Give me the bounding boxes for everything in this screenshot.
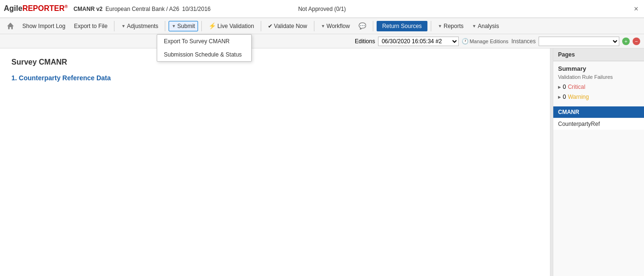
reports-caret: ▼: [438, 24, 442, 29]
app-logo: AgileREPORTER®: [4, 4, 68, 13]
export-to-file-label: Export to File: [74, 23, 108, 29]
critical-item: ▶ 0 Critical: [558, 83, 639, 91]
submit-caret: ▼: [171, 24, 176, 29]
logo-trademark: ®: [65, 4, 68, 9]
submit-label: Submit: [177, 23, 195, 29]
pages-label: Pages: [558, 51, 575, 58]
reports-button[interactable]: ▼ Reports: [435, 21, 467, 31]
sidebar-cmanr-item[interactable]: CMANR: [553, 106, 644, 118]
doc-info: CMANR v2 European Central Bank / A26 10/…: [74, 6, 211, 12]
analysis-button[interactable]: ▼ Analysis: [469, 21, 502, 31]
submission-schedule-label: Submission Schedule & Status: [164, 51, 242, 58]
submit-button[interactable]: ▼ Submit: [169, 21, 198, 31]
dropdown-item-export-survey[interactable]: Export To Survey CMANR: [157, 35, 251, 48]
content-section: 1. Counterparty Reference Data: [11, 74, 539, 82]
validate-now-button[interactable]: ✔ Validate Now: [265, 21, 311, 31]
close-button[interactable]: ×: [632, 5, 640, 13]
show-import-log-label: Show Import Log: [22, 23, 66, 29]
adjustments-caret: ▼: [121, 24, 125, 29]
doc-name: CMANR v2: [74, 6, 103, 12]
counterparty-label: CounterpartyRef: [558, 121, 600, 127]
logo-reporter: REPORTER: [22, 5, 65, 13]
summary-title: Summary: [558, 65, 639, 72]
adjustments-button[interactable]: ▼ Adjustments: [118, 21, 161, 31]
warning-expand-icon: ▶: [558, 95, 561, 99]
critical-count: 0: [563, 84, 566, 90]
add-instance-button[interactable]: +: [622, 38, 630, 45]
clock-icon: 🕐: [462, 38, 469, 45]
remove-instance-button[interactable]: −: [633, 38, 640, 45]
separator-3: [201, 21, 202, 31]
validate-icon: ✔: [268, 23, 273, 29]
dropdown-item-submission-schedule[interactable]: Submission Schedule & Status: [157, 48, 251, 61]
home-icon: [7, 23, 14, 29]
comment-icon: 💬: [359, 22, 366, 29]
editions-select[interactable]: 06/30/2020 16:05:34 #2: [378, 37, 459, 46]
top-bar: AgileREPORTER® CMANR v2 European Central…: [0, 0, 644, 18]
right-sidebar: Pages Summary Validation Rule Failures ▶…: [553, 48, 644, 276]
main-layout: Survey CMANR 1. Counterparty Reference D…: [0, 48, 644, 276]
export-survey-label: Export To Survey CMANR: [164, 38, 230, 45]
editions-label: Editions: [355, 38, 375, 45]
warning-label: Warning: [568, 94, 589, 100]
instances-label: Instances: [511, 38, 536, 45]
warning-count: 0: [563, 94, 566, 100]
live-validation-icon: ⚡: [208, 22, 216, 29]
summary-subtitle: Validation Rule Failures: [558, 74, 639, 80]
comment-button[interactable]: 💬: [355, 21, 369, 31]
logo-agile: Agile: [4, 5, 22, 13]
live-validation-label: Live Validation: [218, 23, 254, 29]
export-to-file-button[interactable]: Export to File: [71, 21, 111, 31]
cmanr-label: CMANR: [558, 109, 579, 115]
content-area: Survey CMANR 1. Counterparty Reference D…: [0, 48, 550, 276]
status-center: Not Approved (0/1): [298, 6, 346, 12]
return-sources-label: Return Sources: [382, 23, 422, 29]
separator-2: [165, 21, 165, 31]
sidebar-pages-header: Pages: [553, 48, 644, 61]
workflow-caret: ▼: [321, 24, 325, 29]
submit-dropdown-menu: Export To Survey CMANR Submission Schedu…: [157, 34, 252, 62]
analysis-label: Analysis: [478, 23, 499, 29]
workflow-label: Workflow: [327, 23, 350, 29]
adjustments-label: Adjustments: [127, 23, 158, 29]
warning-item: ▶ 0 Warning: [558, 93, 639, 101]
doc-bank: European Central Bank / A26: [105, 6, 179, 12]
editions-bar: Editions 06/30/2020 16:05:34 #2 🕐 Manage…: [0, 34, 644, 48]
sidebar-counterparty-item[interactable]: CounterpartyRef: [553, 118, 644, 130]
separator-6: [373, 21, 373, 31]
manage-editions-button[interactable]: 🕐 Manage Editions: [462, 38, 509, 45]
separator-7: [431, 21, 431, 31]
separator-1: [114, 21, 114, 31]
show-import-log-button[interactable]: Show Import Log: [19, 21, 69, 31]
critical-expand-icon: ▶: [558, 85, 561, 89]
return-sources-button[interactable]: Return Sources: [377, 21, 427, 31]
critical-label: Critical: [568, 84, 586, 90]
analysis-caret: ▼: [472, 24, 476, 29]
manage-editions-label: Manage Editions: [470, 38, 509, 44]
sidebar-summary: Summary Validation Rule Failures ▶ 0 Cri…: [553, 61, 644, 106]
validate-now-label: Validate Now: [274, 23, 307, 29]
doc-date: 10/31/2016: [182, 6, 210, 12]
instances-select[interactable]: [539, 37, 619, 46]
live-validation-button[interactable]: ⚡ Live Validation: [205, 21, 257, 31]
toolbar: Show Import Log Export to File ▼ Adjustm…: [0, 18, 644, 34]
reports-label: Reports: [444, 23, 464, 29]
separator-5: [314, 21, 314, 31]
workflow-button[interactable]: ▼ Workflow: [318, 21, 353, 31]
content-title: Survey CMANR: [11, 58, 539, 67]
home-button[interactable]: [4, 21, 17, 31]
approval-status: Not Approved (0/1): [298, 6, 346, 12]
separator-4: [261, 21, 261, 31]
